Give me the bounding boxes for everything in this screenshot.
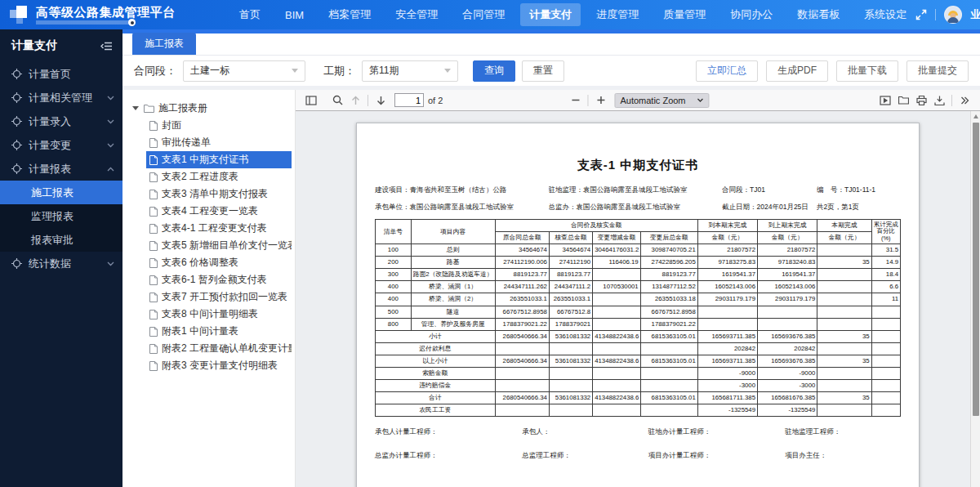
expander-icon[interactable] (132, 106, 139, 110)
sidebar-title: 计量支付 (11, 38, 57, 53)
action-button[interactable]: 生成PDF (766, 60, 828, 82)
tree-root-folder[interactable]: 施工报表册 (132, 100, 292, 117)
open-file-icon[interactable] (894, 92, 912, 109)
column-header: 清单号 (376, 220, 412, 244)
tree-item[interactable]: 支表5 新增细目单价支付一览表 (146, 237, 292, 254)
table-cell (758, 306, 817, 318)
file-icon (149, 293, 158, 302)
table-cell: 迟付款利息 (376, 342, 496, 355)
scroll-up-arrow-icon[interactable] (973, 114, 978, 118)
sidebar-subitem[interactable]: 施工报表 (0, 181, 122, 204)
table-cell: 35 (817, 355, 871, 367)
sidebar-item-reports[interactable]: 计量报表 (0, 157, 122, 181)
topnav-item[interactable]: 合同管理 (453, 3, 514, 26)
pdf-canvas-area[interactable]: 支表-1 中期支付证书 建设项目：青海省共和至玉树（结古）公路 驻地监理：袁国公… (296, 111, 980, 487)
topnav-item[interactable]: 计量支付 (520, 3, 581, 26)
more-tools-icon[interactable] (956, 92, 973, 109)
tree-item[interactable]: 审批传递单 (146, 134, 292, 151)
table-row: 小计2680540666.34536108133241348822438.668… (376, 330, 901, 342)
action-button[interactable]: 立即汇总 (696, 60, 758, 82)
table-cell: 路面2（改隐路及劝返车道） (411, 269, 495, 281)
table-cell: 索赔金额 (376, 367, 496, 379)
table-row: 迟付款利息202842202842 (376, 342, 901, 355)
tree-item[interactable]: 支表6 价格调整表 (146, 254, 292, 271)
table-cell (871, 330, 900, 342)
collapse-sidebar-icon[interactable] (100, 41, 113, 51)
period-select[interactable]: 第11期 (362, 60, 458, 82)
vertical-scrollbar[interactable] (970, 111, 980, 487)
sidebar-item-entry[interactable]: 计量录入 (0, 109, 122, 133)
topnav-item[interactable]: 数据看板 (788, 3, 849, 26)
tree-item[interactable]: 支表2 工程进度表 (146, 168, 292, 185)
meta-field: 截止日期：2024年01月25日 (722, 203, 817, 212)
tree-item[interactable]: 支表1 中期支付证书 (146, 151, 292, 168)
tree-item[interactable]: 支表3 清单中期支付报表 (146, 185, 292, 203)
presentation-mode-icon[interactable] (876, 92, 894, 109)
tree-item[interactable]: 附表2 工程量确认单机变更计量表 (146, 340, 292, 357)
topnav-item[interactable]: BIM (276, 5, 313, 25)
page-number-input[interactable] (394, 93, 424, 107)
topnav-item[interactable]: 安全管理 (386, 3, 447, 26)
table-cell: 农民工工资 (376, 404, 496, 417)
table-cell: 35 (817, 257, 871, 269)
search-icon[interactable] (328, 92, 346, 109)
table-cell: 桥梁、涵洞（1） (411, 281, 495, 293)
sidebar-subitem[interactable]: 监理报表 (0, 204, 122, 228)
action-button[interactable]: 批量提交 (906, 60, 969, 82)
table-cell: 165693676.385 (758, 355, 817, 367)
table-cell (817, 380, 871, 392)
download-icon[interactable] (930, 92, 948, 109)
tree-item[interactable]: 支表4-1 工程变更支付表 (146, 220, 292, 237)
tab-construction-report[interactable]: 施工报表 (132, 33, 196, 55)
table-cell (871, 342, 900, 355)
zoom-out-icon[interactable] (566, 92, 584, 109)
menu-gear-icon (11, 258, 22, 269)
topnav-item[interactable]: 进度管理 (587, 3, 648, 26)
table-cell: 5361081332 (549, 355, 592, 367)
table-cell: 5361081332 (549, 330, 592, 342)
tree-item[interactable]: 支表7 开工预付款扣回一览表 (146, 288, 292, 306)
print-icon[interactable] (912, 92, 930, 109)
table-cell: 1619541.37 (697, 269, 757, 281)
column-header: 项目内容 (411, 220, 495, 244)
file-icon (149, 310, 158, 319)
table-cell: 165681676.385 (758, 392, 817, 404)
table-cell: -1325549 (697, 404, 757, 417)
contract-select[interactable]: 土建一标 (183, 60, 305, 82)
page-count-label: of 2 (428, 96, 443, 105)
sidebar-subitem[interactable]: 报表审批 (0, 228, 122, 252)
scrollbar-thumb[interactable] (973, 123, 979, 416)
signature-block: 承包人计量工程师： 承包人： 驻地办计量工程师： 驻地监理工程师： 总监办计量工… (375, 427, 901, 461)
sidebar-item-home[interactable]: 计量首页 (0, 62, 122, 86)
sidebar-item-related-mgmt[interactable]: 计量相关管理 (0, 86, 122, 109)
file-icon (149, 275, 158, 285)
next-page-icon[interactable] (372, 92, 390, 109)
user-name[interactable]: 业主总工 (970, 7, 980, 22)
topnav-item[interactable]: 质量管理 (654, 3, 715, 26)
action-button[interactable]: 批量下载 (836, 60, 898, 82)
filter-bar: 合同段： 土建一标 工期： 第11期 查询 重置 立即汇总 生成PD (122, 56, 980, 86)
topnav-item[interactable]: 首页 (230, 3, 270, 26)
tree-item[interactable]: 支表6-1 暂列金额支付表 (146, 271, 292, 288)
avatar[interactable] (944, 6, 962, 24)
topnav-item[interactable]: 系统设定 (855, 3, 915, 26)
topnav-item[interactable]: 协同办公 (721, 3, 782, 26)
previous-page-icon[interactable] (346, 92, 364, 109)
sidebar-item-stats[interactable]: 统计数据 (0, 252, 122, 275)
app-title: 高等级公路集成管理平台 (36, 5, 176, 19)
table-cell (640, 367, 697, 379)
fullscreen-icon[interactable] (915, 9, 927, 20)
topnav-item[interactable]: 档案管理 (319, 3, 380, 26)
zoom-level-select[interactable]: Automatic Zoom (614, 93, 709, 108)
sidebar-item-change[interactable]: 计量变更 (0, 133, 122, 157)
zoom-in-icon[interactable] (591, 92, 609, 109)
tree-item[interactable]: 附表3 变更计量支付明细表 (146, 357, 292, 374)
sidebar-toggle-icon[interactable] (302, 92, 320, 109)
reset-button[interactable]: 重置 (522, 60, 564, 82)
search-button[interactable]: 查询 (473, 60, 515, 82)
tree-item[interactable]: 支表4 工程变更一览表 (146, 203, 292, 220)
payment-table: 清单号 项目内容 合同价及核实金额 到本期末完成 到上期末完成 本期完成 累计完… (375, 219, 901, 417)
tree-item[interactable]: 附表1 中间计量表 (146, 323, 292, 340)
tree-item[interactable]: 封面 (146, 117, 292, 134)
tree-item[interactable]: 支表8 中间计量明细表 (146, 306, 292, 323)
